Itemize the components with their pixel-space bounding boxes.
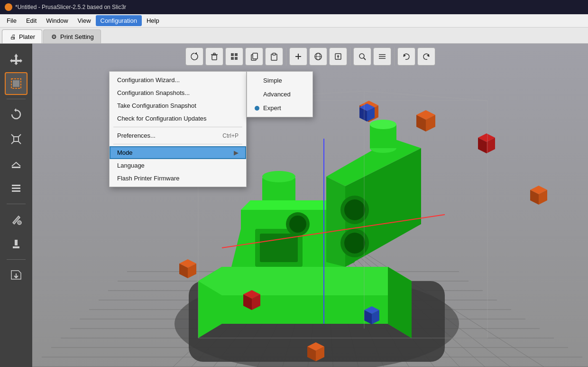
mode-submenu: Simple Advanced Expert <box>247 71 313 117</box>
menu-check-updates[interactable]: Check for Configuration Updates <box>110 112 246 125</box>
menu-config-snapshots[interactable]: Configuration Snapshots... <box>110 86 246 99</box>
svg-rect-12 <box>12 190 20 192</box>
tool-flatten[interactable] <box>5 152 28 175</box>
left-toolbar <box>0 44 32 367</box>
svg-rect-4 <box>14 137 18 141</box>
mode-advanced[interactable]: Advanced <box>247 87 312 101</box>
menu-flash-firmware[interactable]: Flash Printer Firmware <box>110 172 246 185</box>
toolbar-sep-1 <box>7 99 26 99</box>
tool-paint[interactable] <box>5 208 28 231</box>
svg-rect-2 <box>13 80 19 87</box>
app-icon <box>5 3 12 11</box>
menu-view[interactable]: View <box>73 15 96 26</box>
mode-arrow-icon: ▶ <box>234 149 239 156</box>
dropdown-overlay[interactable]: Configuration Wizard... Configuration Sn… <box>32 44 588 367</box>
tool-move[interactable] <box>5 47 28 70</box>
menu-file[interactable]: File <box>2 15 21 26</box>
menu-configuration[interactable]: Configuration <box>96 15 142 26</box>
print-setting-icon: ⚙ <box>50 33 58 40</box>
menu-edit[interactable]: Edit <box>21 15 41 26</box>
svg-rect-9 <box>12 167 20 168</box>
tab-print-setting[interactable]: ⚙ Print Setting <box>43 29 101 43</box>
menu-bar: File Edit Window View Configuration Help <box>0 14 588 28</box>
tool-layers[interactable] <box>5 177 28 200</box>
menu-sep-1 <box>113 127 242 127</box>
menu-take-snapshot[interactable]: Take Configuration Snapshot <box>110 99 246 112</box>
plater-icon: 🖨 <box>9 33 17 40</box>
toolbar-sep-3 <box>7 259 26 260</box>
menu-window[interactable]: Window <box>41 15 73 26</box>
svg-rect-11 <box>12 188 20 189</box>
mode-expert-radio <box>255 106 259 111</box>
toolbar-sep-2 <box>7 204 26 204</box>
svg-line-6 <box>18 134 21 137</box>
tool-scale[interactable] <box>5 128 28 151</box>
svg-line-5 <box>11 134 14 137</box>
menu-config-wizard[interactable]: Configuration Wizard... <box>110 74 246 86</box>
mode-expert[interactable]: Expert <box>247 101 312 115</box>
tool-export[interactable] <box>5 263 28 286</box>
svg-point-13 <box>18 221 21 225</box>
menu-preferences[interactable]: Preferences... Ctrl+P <box>110 129 246 142</box>
viewport-3d[interactable]: Configuration Wizard... Configuration Sn… <box>32 44 588 367</box>
tool-select[interactable] <box>5 72 28 95</box>
tab-plater-label: Plater <box>19 33 35 40</box>
menu-language[interactable]: Language <box>110 159 246 172</box>
menu-sep-2 <box>113 144 242 144</box>
tab-bar: 🖨 Plater ⚙ Print Setting <box>0 28 588 44</box>
svg-line-8 <box>18 141 21 144</box>
svg-line-7 <box>11 141 14 144</box>
main-area: Configuration Wizard... Configuration Sn… <box>0 44 588 367</box>
mode-advanced-radio <box>255 92 259 97</box>
svg-marker-3 <box>14 108 16 112</box>
menu-mode[interactable]: Mode ▶ <box>110 146 246 159</box>
tool-rotate[interactable] <box>5 103 28 126</box>
mode-simple[interactable]: Simple <box>247 74 312 87</box>
svg-rect-15 <box>13 246 19 248</box>
title-bar: *Untitled - PrusaSlicer-2.5.2 based on S… <box>0 0 588 14</box>
app-title: *Untitled - PrusaSlicer-2.5.2 based on S… <box>15 4 126 10</box>
tab-plater[interactable]: 🖨 Plater <box>2 29 42 43</box>
svg-marker-0 <box>10 54 22 65</box>
svg-rect-10 <box>12 185 20 186</box>
svg-rect-14 <box>15 240 18 245</box>
mode-simple-radio <box>255 78 259 83</box>
config-menu: Configuration Wizard... Configuration Sn… <box>109 71 247 187</box>
menu-help[interactable]: Help <box>142 15 164 26</box>
tab-print-setting-label: Print Setting <box>60 33 94 40</box>
tool-support[interactable] <box>5 233 28 255</box>
